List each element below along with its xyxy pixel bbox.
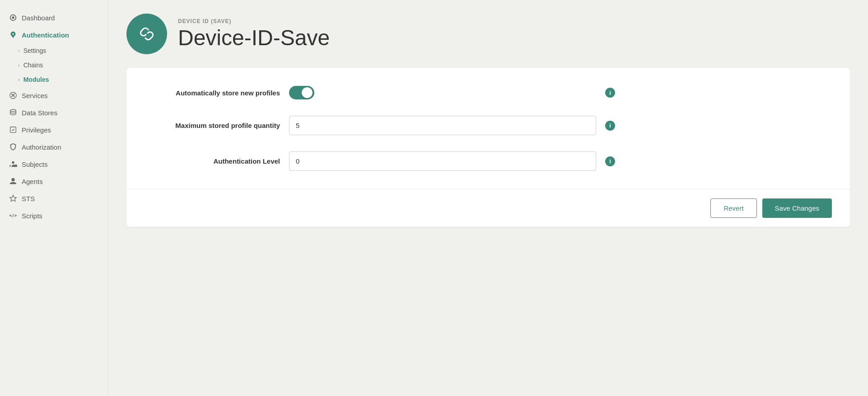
chain-icon xyxy=(136,24,157,44)
sidebar-label-privileges: Privileges xyxy=(22,126,51,134)
sidebar-item-sts[interactable]: STS xyxy=(0,190,108,207)
page-title: Device-ID-Save xyxy=(178,26,330,50)
sts-icon xyxy=(9,194,17,203)
sidebar-item-services[interactable]: Services xyxy=(0,87,108,104)
auto-store-row: Automatically store new profiles i xyxy=(154,86,823,99)
max-profile-control xyxy=(289,116,596,135)
scripts-icon xyxy=(9,212,17,220)
sidebar-label-authorization: Authorization xyxy=(22,143,61,151)
sidebar-label-modules: Modules xyxy=(23,76,49,83)
sidebar-label-settings: Settings xyxy=(23,47,47,54)
chevron-settings-icon: › xyxy=(18,48,20,53)
sidebar: Dashboard Authentication › Settings › Ch… xyxy=(0,0,108,396)
chevron-chains-icon: › xyxy=(18,62,20,68)
subjects-icon xyxy=(9,160,17,168)
card-footer: Revert Save Changes xyxy=(126,189,850,227)
sidebar-label-agents: Agents xyxy=(22,178,43,185)
privileges-icon xyxy=(9,126,17,134)
toggle-slider xyxy=(289,86,314,99)
auth-level-control xyxy=(289,151,596,171)
auth-level-row: Authentication Level i xyxy=(154,151,823,171)
max-profile-info-icon[interactable]: i xyxy=(605,121,615,131)
sidebar-item-dashboard[interactable]: Dashboard xyxy=(0,9,108,26)
sidebar-item-data-stores[interactable]: Data Stores xyxy=(0,104,108,121)
sidebar-label-chains: Chains xyxy=(23,61,43,69)
sidebar-label-services: Services xyxy=(22,92,48,99)
main-content: DEVICE ID (SAVE) Device-ID-Save Automati… xyxy=(108,0,868,396)
dashboard-icon xyxy=(9,14,17,22)
sidebar-item-privileges[interactable]: Privileges xyxy=(0,121,108,138)
page-title-group: DEVICE ID (SAVE) Device-ID-Save xyxy=(178,18,330,50)
sidebar-label-authentication: Authentication xyxy=(22,31,69,39)
svg-marker-4 xyxy=(10,195,16,202)
revert-button[interactable]: Revert xyxy=(710,198,756,218)
sidebar-label-sts: STS xyxy=(22,195,35,203)
sidebar-item-authorization[interactable]: Authorization xyxy=(0,138,108,156)
sidebar-label-data-stores: Data Stores xyxy=(22,109,57,117)
sidebar-subitem-settings[interactable]: › Settings xyxy=(0,43,108,58)
page-icon-circle xyxy=(126,14,167,54)
sidebar-label-scripts: Scripts xyxy=(22,212,42,220)
save-changes-button[interactable]: Save Changes xyxy=(762,198,832,218)
authorization-icon xyxy=(9,143,17,151)
svg-line-5 xyxy=(13,214,14,217)
auto-store-label: Automatically store new profiles xyxy=(154,88,280,98)
svg-point-0 xyxy=(12,16,14,19)
settings-card: Automatically store new profiles i Maxim… xyxy=(126,68,850,227)
sidebar-subitem-chains[interactable]: › Chains xyxy=(0,58,108,72)
auto-store-control xyxy=(289,86,596,99)
max-profile-label: Maximum stored profile quantity xyxy=(154,121,280,130)
sidebar-item-authentication[interactable]: Authentication xyxy=(0,26,108,43)
sidebar-item-subjects[interactable]: Subjects xyxy=(0,156,108,173)
sidebar-item-scripts[interactable]: Scripts xyxy=(0,207,108,224)
sidebar-subitem-modules[interactable]: › Modules xyxy=(0,72,108,87)
sidebar-item-agents[interactable]: Agents xyxy=(0,173,108,190)
services-icon xyxy=(9,91,17,99)
page-subtitle: DEVICE ID (SAVE) xyxy=(178,18,330,24)
sidebar-label-dashboard: Dashboard xyxy=(22,14,55,22)
auth-level-label: Authentication Level xyxy=(154,156,280,166)
max-profile-row: Maximum stored profile quantity i xyxy=(154,116,823,135)
svg-point-2 xyxy=(10,109,16,112)
page-header: DEVICE ID (SAVE) Device-ID-Save xyxy=(126,14,850,54)
max-profile-input[interactable] xyxy=(289,116,596,135)
auth-level-input[interactable] xyxy=(289,151,596,171)
auto-store-info-icon[interactable]: i xyxy=(605,88,615,98)
datastores-icon xyxy=(9,108,17,117)
auth-icon xyxy=(9,31,17,39)
card-body: Automatically store new profiles i Maxim… xyxy=(126,68,850,189)
auth-level-info-icon[interactable]: i xyxy=(605,156,615,166)
sidebar-label-subjects: Subjects xyxy=(22,160,48,168)
chevron-modules-icon: › xyxy=(18,77,20,82)
agents-icon xyxy=(9,177,17,185)
auto-store-toggle[interactable] xyxy=(289,86,314,99)
